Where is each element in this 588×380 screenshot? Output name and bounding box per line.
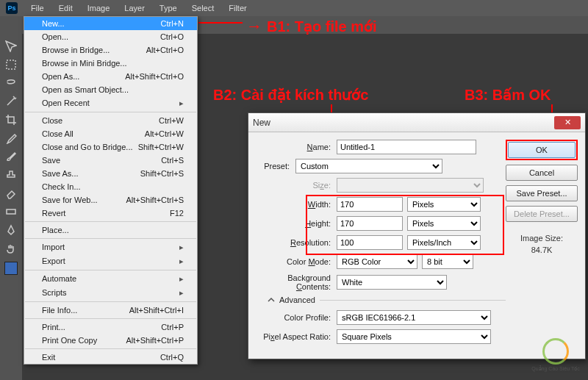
menu-close-all[interactable]: Close AllAlt+Ctrl+W [24, 127, 197, 140]
annotation-b3: B3: Bấm OK [465, 86, 551, 104]
watermark-logo: Quảng Cáo Siêu Tốc [528, 334, 584, 376]
marquee-tool-icon[interactable] [2, 56, 20, 74]
menu-filter[interactable]: Filter [221, 0, 254, 16]
eyedropper-tool-icon[interactable] [2, 129, 20, 147]
brush-tool-icon[interactable] [2, 148, 20, 165]
photoshop-logo-icon: Ps [6, 2, 18, 14]
bit-depth-select[interactable]: 8 bit [422, 254, 473, 269]
tools-panel [0, 34, 22, 380]
menu-save-web[interactable]: Save for Web...Alt+Shift+Ctrl+S [24, 193, 197, 207]
color-mode-label: Color Mode: [256, 257, 337, 266]
lasso-tool-icon[interactable] [2, 74, 20, 92]
size-select [337, 178, 484, 193]
menu-print[interactable]: Print...Ctrl+P [24, 320, 197, 334]
file-menu-dropdown: New...Ctrl+N Open...Ctrl+O Browse in Bri… [24, 16, 198, 365]
menu-exit[interactable]: ExitCtrl+Q [24, 351, 197, 364]
menu-revert[interactable]: RevertF12 [24, 207, 197, 220]
image-size-label: Image Size: 84.7K [506, 234, 578, 254]
dialog-title: New [253, 118, 554, 128]
advanced-toggle[interactable]: Advanced [268, 295, 506, 304]
menu-close-bridge[interactable]: Close and Go to Bridge...Shift+Ctrl+W [24, 140, 197, 154]
chevron-up-icon [268, 296, 275, 304]
name-label: Name: [256, 143, 337, 151]
annotation-b1: B1: Tạo file mới [246, 17, 377, 36]
svg-rect-0 [7, 60, 15, 69]
size-label: Size: [256, 181, 337, 190]
menu-browse-bridge[interactable]: Browse in Bridge...Alt+Ctrl+O [24, 43, 197, 57]
menu-print-one[interactable]: Print One CopyAlt+Shift+Ctrl+P [24, 334, 197, 347]
menu-browse-mini-bridge[interactable]: Browse in Mini Bridge... [24, 57, 197, 70]
annotation-b2: B2: Cài đặt kích thước [213, 86, 368, 104]
move-tool-icon[interactable] [2, 37, 20, 55]
menu-save-as[interactable]: Save As...Shift+Ctrl+S [24, 167, 197, 180]
menu-automate[interactable]: Automate▸ [24, 272, 197, 286]
menu-edit[interactable]: Edit [51, 0, 80, 16]
close-icon[interactable]: ✕ [554, 116, 581, 129]
eraser-tool-icon[interactable] [2, 184, 20, 202]
menu-scripts[interactable]: Scripts▸ [24, 286, 197, 300]
gradient-tool-icon[interactable] [2, 203, 20, 221]
menu-layer[interactable]: Layer [117, 0, 152, 16]
save-preset-button[interactable]: Save Preset... [506, 185, 578, 201]
menu-file[interactable]: File [24, 0, 51, 16]
menu-select[interactable]: Select [184, 0, 222, 16]
menu-place[interactable]: Place... [24, 223, 197, 237]
swirl-icon [542, 338, 569, 365]
bg-contents-label: Background Contents: [256, 273, 337, 291]
menu-close[interactable]: CloseCtrl+W [24, 114, 197, 127]
menu-open[interactable]: Open...Ctrl+O [24, 30, 197, 43]
hand-tool-icon[interactable] [2, 240, 20, 257]
color-profile-label: Color Profile: [256, 313, 337, 322]
menu-open-as[interactable]: Open As...Alt+Shift+Ctrl+O [24, 70, 197, 83]
stamp-tool-icon[interactable] [2, 166, 20, 184]
menu-export[interactable]: Export▸ [24, 254, 197, 268]
name-input[interactable] [337, 140, 476, 154]
bg-contents-select[interactable]: White [337, 275, 447, 290]
ok-button[interactable]: OK [508, 142, 576, 158]
pen-tool-icon[interactable] [2, 221, 20, 239]
menu-open-recent[interactable]: Open Recent▸ [24, 96, 197, 110]
menubar: Ps File Edit Image Layer Type Select Fil… [0, 0, 588, 16]
menu-open-smart[interactable]: Open as Smart Object... [24, 83, 197, 96]
pixel-aspect-label: Pixel Aspect Ratio: [256, 332, 337, 341]
preset-select[interactable]: Custom [295, 159, 442, 173]
foreground-color-swatch[interactable] [4, 262, 18, 275]
menu-save[interactable]: SaveCtrl+S [24, 154, 197, 167]
annotation-box-ok: OK [506, 140, 578, 160]
menu-new[interactable]: New...Ctrl+N [24, 17, 197, 30]
crop-tool-icon[interactable] [2, 111, 20, 129]
new-dialog: New ✕ Name: Preset: Custom Size: Width: [248, 112, 586, 359]
cancel-button[interactable]: Cancel [506, 165, 578, 181]
menu-file-info[interactable]: File Info...Alt+Shift+Ctrl+I [24, 304, 197, 317]
annotation-box-dimensions [306, 195, 504, 255]
svg-rect-1 [7, 209, 15, 214]
annotation-arrow-b1 [198, 22, 243, 24]
pixel-aspect-select[interactable]: Square Pixels [337, 329, 491, 344]
menu-import[interactable]: Import▸ [24, 240, 197, 254]
menu-check-in[interactable]: Check In... [24, 180, 197, 193]
delete-preset-button: Delete Preset... [506, 206, 578, 222]
dialog-titlebar[interactable]: New ✕ [248, 113, 585, 132]
menu-type[interactable]: Type [152, 0, 184, 16]
color-mode-select[interactable]: RGB Color [337, 254, 417, 269]
wand-tool-icon[interactable] [2, 93, 20, 110]
color-profile-select[interactable]: sRGB IEC61966-2.1 [337, 310, 491, 325]
preset-label: Preset: [256, 162, 295, 171]
menu-image[interactable]: Image [80, 0, 118, 16]
